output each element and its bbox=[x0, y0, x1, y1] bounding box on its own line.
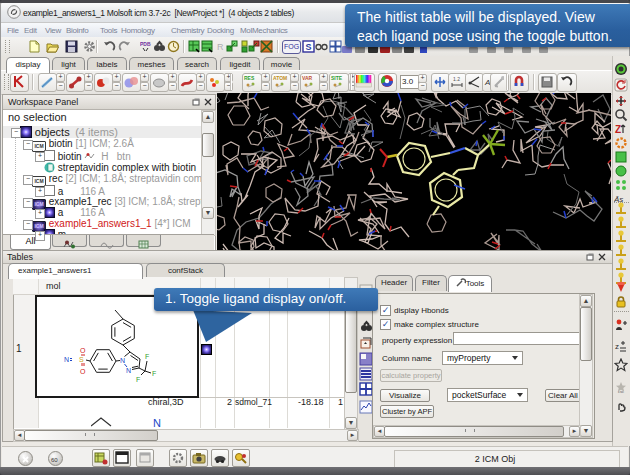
svg-text:S: S bbox=[306, 42, 312, 52]
svg-text:PDB: PDB bbox=[140, 41, 151, 47]
svg-text:N: N bbox=[153, 417, 161, 428]
svg-text:S: S bbox=[79, 356, 84, 363]
svg-text:N: N bbox=[64, 356, 69, 363]
svg-text:F: F bbox=[152, 370, 156, 377]
svg-text:R: R bbox=[217, 42, 224, 52]
svg-text:O: O bbox=[80, 347, 86, 354]
svg-text:N: N bbox=[120, 357, 125, 364]
svg-text:O: O bbox=[80, 368, 86, 375]
svg-text:F: F bbox=[145, 353, 149, 360]
svg-text:csc: csc bbox=[618, 389, 624, 394]
svg-text:1.2: 1.2 bbox=[453, 76, 460, 82]
svg-text:Z: Z bbox=[615, 124, 621, 135]
svg-text:60: 60 bbox=[51, 457, 58, 463]
svg-text:z: z bbox=[615, 342, 619, 351]
svg-text:N: N bbox=[126, 367, 131, 374]
svg-text:F: F bbox=[136, 376, 140, 383]
